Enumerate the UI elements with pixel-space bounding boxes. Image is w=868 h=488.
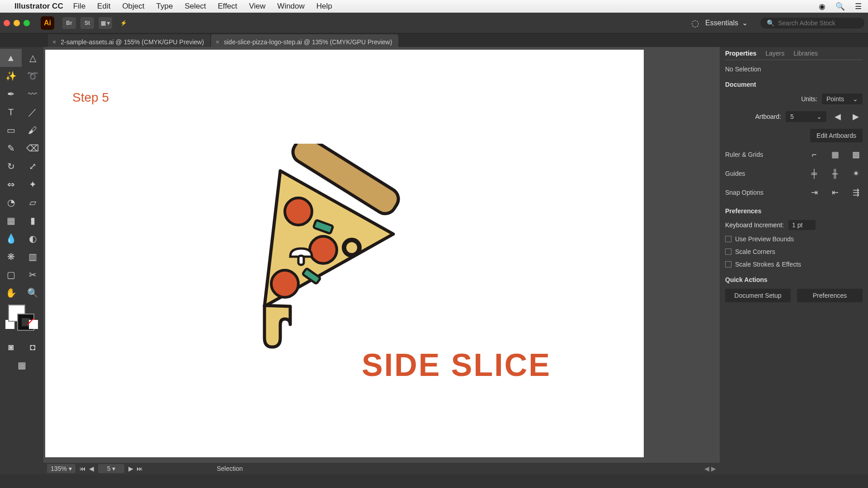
width-tool[interactable]: ⇔ xyxy=(0,175,22,193)
rectangle-tool[interactable]: ▭ xyxy=(0,121,22,139)
paintbrush-tool[interactable]: 🖌 xyxy=(22,121,43,139)
eraser-tool[interactable]: ⌫ xyxy=(22,139,43,157)
close-tab-icon[interactable]: × xyxy=(216,38,219,46)
mesh-tool[interactable]: ▦ xyxy=(0,211,22,230)
blend-tool[interactable]: ◐ xyxy=(22,230,43,248)
artboard[interactable]: Step 5 xyxy=(45,50,644,457)
workspace-switcher[interactable]: Essentials ⌄ xyxy=(699,16,754,30)
shaper-tool[interactable]: ✎ xyxy=(0,139,22,157)
menu-icon[interactable]: ☰ xyxy=(855,2,862,11)
menu-select[interactable]: Select xyxy=(184,2,206,11)
keyboard-increment-input[interactable]: 1 pt xyxy=(788,220,816,230)
document-tabs: × 2-sample-assets.ai @ 155% (CMYK/GPU Pr… xyxy=(0,33,868,47)
type-tool[interactable]: T xyxy=(0,103,22,121)
none-mode-button[interactable] xyxy=(29,320,38,329)
line-tool[interactable]: ／ xyxy=(22,103,43,121)
section-quick-actions: Quick Actions xyxy=(725,276,863,283)
window-close-button[interactable] xyxy=(4,20,10,26)
ruler-toggle-button[interactable]: ⌐ xyxy=(807,148,821,161)
menu-file[interactable]: File xyxy=(73,2,85,11)
shape-builder-tool[interactable]: ◔ xyxy=(0,193,22,211)
direct-selection-tool[interactable]: △ xyxy=(22,49,43,67)
curvature-tool[interactable]: 〰 xyxy=(22,85,43,103)
edit-artboards-button[interactable]: Edit Artboards xyxy=(810,129,863,142)
menu-help[interactable]: Help xyxy=(316,2,332,11)
last-artboard-button[interactable]: ⏭ xyxy=(135,465,144,472)
snap-grid-button[interactable]: ⇤ xyxy=(828,186,842,199)
arrange-documents-button[interactable]: ▦ ▾ xyxy=(99,17,112,29)
smart-guides-button[interactable]: ✶ xyxy=(849,167,863,180)
artboard-dropdown[interactable]: 5⌄ xyxy=(786,111,826,122)
close-tab-icon[interactable]: × xyxy=(52,38,56,46)
snap-point-button[interactable]: ⇥ xyxy=(807,186,821,199)
next-artboard-button[interactable]: ▶ xyxy=(849,110,863,123)
step-label: Step 5 xyxy=(72,90,109,105)
search-icon[interactable]: 🔍 xyxy=(835,2,845,11)
first-artboard-button[interactable]: ⏮ xyxy=(78,465,87,472)
eyedropper-tool[interactable]: 💧 xyxy=(0,230,22,248)
search-icon: 🔍 xyxy=(767,19,774,27)
gpu-button[interactable]: ⚡ xyxy=(117,17,130,29)
artboard-tool[interactable]: ▢ xyxy=(0,266,22,284)
units-dropdown[interactable]: Points⌄ xyxy=(822,94,863,104)
document-tab[interactable]: × 2-sample-assets.ai @ 155% (CMYK/GPU Pr… xyxy=(48,34,210,47)
preferences-button[interactable]: Preferences xyxy=(797,289,863,302)
symbol-sprayer-tool[interactable]: ❋ xyxy=(0,248,22,266)
bridge-button[interactable]: Br xyxy=(62,17,76,29)
perspective-tool[interactable]: ▱ xyxy=(22,193,43,211)
canvas-area[interactable]: Step 5 xyxy=(43,47,720,463)
artboard-select[interactable]: 5 ▾ xyxy=(98,464,125,473)
document-setup-button[interactable]: Document Setup xyxy=(725,289,791,302)
svg-point-3 xyxy=(271,270,298,297)
zoom-tool[interactable]: 🔍 xyxy=(22,284,43,302)
slice-tool[interactable]: ✂ xyxy=(22,266,43,284)
gradient-tool[interactable]: ▮ xyxy=(22,211,43,230)
zoom-value: 135% xyxy=(51,465,67,472)
guides-lock-button[interactable]: ╫ xyxy=(828,167,842,180)
selection-status: No Selection xyxy=(725,66,863,73)
tab-layers[interactable]: Layers xyxy=(765,50,784,57)
pen-tool[interactable]: ✒ xyxy=(0,85,22,103)
free-transform-tool[interactable]: ✦ xyxy=(22,175,43,193)
control-bar: Ai Br St ▦ ▾ ⚡ ◌ Essentials ⌄ 🔍 Search A… xyxy=(0,13,868,33)
tab-properties[interactable]: Properties xyxy=(725,50,756,57)
guides-toggle-button[interactable]: ╪ xyxy=(807,167,821,180)
menu-object[interactable]: Object xyxy=(122,2,144,11)
scroll-handle[interactable]: ◀ ▶ xyxy=(704,465,716,472)
prev-artboard-button[interactable]: ◀ xyxy=(87,465,96,472)
document-tab[interactable]: × side-slice-pizza-logo-step.ai @ 135% (… xyxy=(211,34,398,47)
cloud-icon[interactable]: ◉ xyxy=(819,2,826,11)
scale-strokes-checkbox[interactable]: Scale Strokes & Effects xyxy=(725,261,863,268)
normal-screen-button[interactable]: ◙ xyxy=(0,338,22,356)
hand-tool[interactable]: ✋ xyxy=(0,284,22,302)
rotate-tool[interactable]: ↻ xyxy=(0,157,22,175)
tab-libraries[interactable]: Libraries xyxy=(793,50,818,57)
grid-toggle-button[interactable]: ▦ xyxy=(828,148,842,161)
scale-tool[interactable]: ⤢ xyxy=(22,157,43,175)
zoom-level-select[interactable]: 135% ▾ xyxy=(47,464,75,473)
menu-view[interactable]: View xyxy=(249,2,266,11)
snap-pixel-button[interactable]: ⇶ xyxy=(849,186,863,199)
edit-toolbar-button[interactable]: ▦ xyxy=(0,356,43,374)
lasso-tool[interactable]: ➰ xyxy=(22,67,43,85)
stock-button[interactable]: St xyxy=(80,17,94,29)
menu-edit[interactable]: Edit xyxy=(97,2,110,11)
panel-tabs: Properties Layers Libraries xyxy=(725,50,863,60)
prev-artboard-button[interactable]: ◀ xyxy=(831,110,844,123)
menu-type[interactable]: Type xyxy=(156,2,173,11)
menu-effect[interactable]: Effect xyxy=(218,2,237,11)
menu-window[interactable]: Window xyxy=(277,2,304,11)
preview-bounds-checkbox[interactable]: Use Preview Bounds xyxy=(725,235,863,243)
selection-tool[interactable]: ▲ xyxy=(0,49,22,67)
magic-wand-tool[interactable]: ✨ xyxy=(0,67,22,85)
chevron-down-icon: ⌄ xyxy=(816,113,822,120)
tips-icon[interactable]: ◌ xyxy=(691,18,699,28)
search-adobe-stock[interactable]: 🔍 Search Adobe Stock xyxy=(760,18,864,28)
scale-corners-checkbox[interactable]: Scale Corners xyxy=(725,248,863,255)
transparency-grid-button[interactable]: ▩ xyxy=(849,148,863,161)
window-minimize-button[interactable] xyxy=(14,20,20,26)
change-screen-button[interactable]: ◘ xyxy=(22,338,43,356)
window-zoom-button[interactable] xyxy=(24,20,30,26)
next-artboard-button[interactable]: ▶ xyxy=(126,465,135,472)
column-graph-tool[interactable]: ▥ xyxy=(22,248,43,266)
